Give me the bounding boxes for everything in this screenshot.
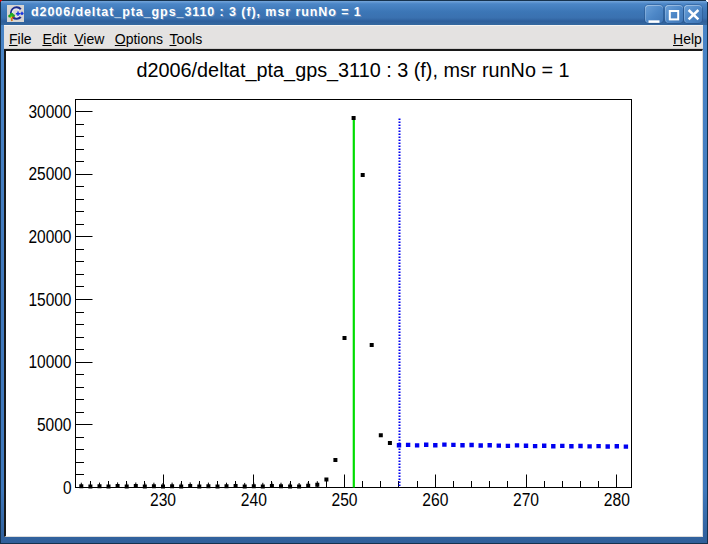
svg-text:10000: 10000 <box>28 352 71 372</box>
svg-text:0: 0 <box>63 478 72 498</box>
svg-text:5000: 5000 <box>37 415 72 435</box>
svg-text:240: 240 <box>241 490 267 510</box>
svg-text:280: 280 <box>604 490 630 510</box>
svg-text:260: 260 <box>422 490 448 510</box>
svg-text:270: 270 <box>513 490 539 510</box>
svg-text:d2006/deltat_pta_gps_3110 : 3: d2006/deltat_pta_gps_3110 : 3 (f), msr r… <box>137 59 570 82</box>
svg-text:25000: 25000 <box>28 164 71 184</box>
svg-text:20000: 20000 <box>28 227 71 247</box>
svg-text:30000: 30000 <box>28 102 71 122</box>
svg-text:230: 230 <box>150 490 176 510</box>
svg-text:15000: 15000 <box>28 290 71 310</box>
svg-text:250: 250 <box>331 490 357 510</box>
